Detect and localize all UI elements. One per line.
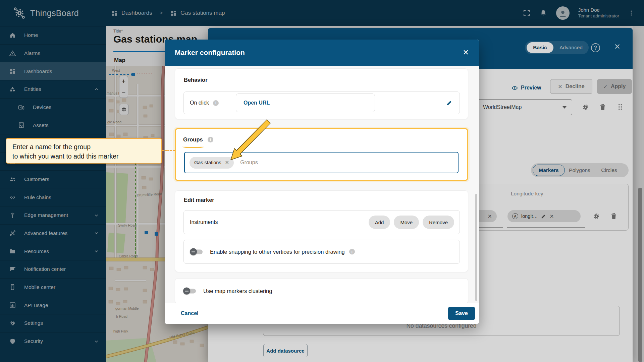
gas-stations-chip[interactable]: Gas stations ✕ [190, 157, 234, 169]
clustering-label: Use map markers clustering [203, 288, 272, 294]
tour-tooltip-line2: to which you want to add this marker [12, 152, 155, 161]
thingsboard-app: ThingsBoard Dashboards > Gas stations ma… [0, 0, 644, 362]
snapping-toggle[interactable] [191, 249, 203, 254]
tour-tooltip-line1: Enter a name for the group [12, 142, 155, 152]
info-icon[interactable]: i [213, 100, 219, 106]
remove-button[interactable]: Remove [423, 216, 454, 229]
snapping-label: Enable snapping to other vertices for pr… [210, 249, 345, 255]
groups-input[interactable]: Gas stations ✕ Groups [184, 152, 459, 173]
on-click-label: On click [190, 100, 209, 106]
modal-title: Marker configuration [175, 49, 245, 57]
snapping-row: Enable snapping to other vertices for pr… [183, 240, 460, 264]
save-button[interactable]: Save [448, 307, 475, 320]
tour-highlight-underline [182, 145, 204, 148]
groups-input-placeholder: Groups [240, 160, 258, 166]
on-click-action-select[interactable]: Open URL [236, 94, 375, 112]
instruments-label: Instruments [190, 219, 218, 225]
modal-scrollbar-thumb[interactable] [475, 194, 477, 301]
info-icon[interactable]: i [208, 137, 213, 142]
tour-dashed-connector [162, 150, 175, 151]
modal-header: Marker configuration ✕ [165, 40, 479, 66]
move-button[interactable]: Move [394, 216, 419, 229]
add-button[interactable]: Add [369, 216, 390, 229]
marker-configuration-modal: Marker configuration ✕ Behavior On click… [165, 40, 479, 324]
groups-section-highlighted: Groups i Gas stations ✕ Groups [175, 128, 468, 181]
close-icon[interactable]: ✕ [463, 49, 469, 56]
tour-tooltip: Enter a name for the group to which you … [6, 138, 162, 164]
chip-remove-icon[interactable]: ✕ [225, 160, 229, 166]
behavior-section: Behavior On click i Open URL [175, 68, 468, 119]
modal-body: Behavior On click i Open URL Groups i [165, 66, 479, 303]
clustering-section: Use map markers clustering [175, 278, 468, 303]
behavior-heading: Behavior [184, 77, 208, 83]
cancel-button[interactable]: Cancel [181, 310, 198, 316]
clustering-toggle[interactable] [184, 289, 196, 293]
edit-marker-heading: Edit marker [184, 197, 214, 203]
info-icon[interactable]: i [349, 249, 355, 255]
modal-footer: Cancel Save [165, 303, 479, 324]
edit-marker-section: Edit marker Instruments Add Move Remove [175, 190, 468, 272]
edit-pencil-icon[interactable] [446, 100, 453, 107]
groups-heading: Groups [183, 136, 203, 143]
on-click-row: On click i Open URL [183, 92, 460, 114]
instruments-row: Instruments Add Move Remove [183, 210, 460, 234]
